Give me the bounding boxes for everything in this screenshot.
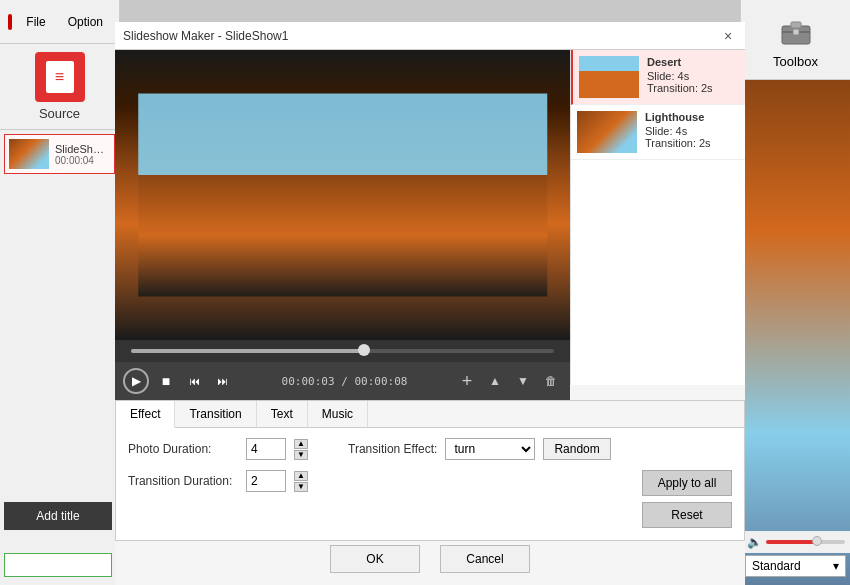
source-section: Source	[0, 44, 119, 130]
current-time: 00:00:03	[282, 375, 335, 388]
slide-action-icons: + ▲ ▼ 🗑	[456, 370, 562, 392]
photo-duration-input[interactable]	[246, 438, 286, 460]
svg-rect-3	[793, 29, 799, 35]
move-down-button[interactable]: ▼	[512, 370, 534, 392]
tab-text[interactable]: Text	[257, 401, 308, 427]
add-slide-button[interactable]: +	[456, 370, 478, 392]
delete-slide-button[interactable]: 🗑	[540, 370, 562, 392]
dropdown-arrow-icon: ▾	[833, 559, 839, 573]
source-icon[interactable]	[35, 52, 85, 102]
video-content	[115, 50, 570, 340]
toolbox-icon	[776, 10, 816, 50]
main-dialog: Slideshow Maker - SlideShow1 × Desert Sl…	[115, 22, 745, 585]
prev-button[interactable]: ⏮	[183, 370, 205, 392]
dialog-title: Slideshow Maker - SlideShow1	[123, 29, 288, 43]
left-sidebar: File Option Source SlideShow1 00:00:04 A…	[0, 0, 120, 585]
slide-list-item-1[interactable]: Desert Slide: 4s Transition: 2s	[571, 50, 745, 105]
photo-duration-row: Photo Duration: ▲ ▼	[128, 438, 308, 460]
slide-thumbnail	[9, 139, 49, 169]
total-time: 00:00:08	[354, 375, 407, 388]
slide-duration-1: Slide: 4s	[647, 70, 713, 82]
cancel-button[interactable]: Cancel	[440, 545, 530, 573]
standard-label: Standard	[752, 559, 801, 573]
playback-controls: ▶ ■ ⏮ ⏭	[123, 368, 233, 394]
slide-item[interactable]: SlideShow1 00:00:04	[4, 134, 115, 174]
left-form: Photo Duration: ▲ ▼ Transition Duration:…	[128, 438, 308, 492]
transition-duration-up[interactable]: ▲	[294, 471, 308, 481]
slides-panel: Desert Slide: 4s Transition: 2s Lighthou…	[570, 50, 745, 385]
transition-duration-spinner: ▲ ▼	[294, 471, 308, 492]
time-display: 00:00:03 / 00:00:08	[282, 375, 408, 388]
right-form: Transition Effect: turn Random	[348, 438, 611, 492]
timeline-thumb	[358, 344, 370, 356]
volume-slider[interactable]	[766, 540, 845, 544]
tab-music[interactable]: Music	[308, 401, 368, 427]
move-up-button[interactable]: ▲	[484, 370, 506, 392]
right-sidebar: Toolbox 🔈 Standard ▾	[740, 0, 850, 585]
transition-duration-input[interactable]	[246, 470, 286, 492]
slide-name-1: Desert	[647, 56, 713, 68]
add-title-button[interactable]: Add title	[4, 502, 112, 530]
effect-content: Photo Duration: ▲ ▼ Transition Duration:…	[116, 428, 744, 502]
ok-button[interactable]: OK	[330, 545, 420, 573]
menu-option[interactable]: Option	[60, 13, 111, 31]
photo-duration-label: Photo Duration:	[128, 442, 238, 456]
tab-transition[interactable]: Transition	[175, 401, 256, 427]
toolbox-background	[741, 80, 850, 585]
bottom-buttons: OK Cancel	[115, 541, 745, 577]
volume-section: 🔈	[741, 531, 850, 553]
slide-thumb-desert	[579, 56, 639, 98]
slide-duration-2: Slide: 4s	[645, 125, 711, 137]
slide-time: 00:00:04	[55, 155, 110, 166]
slide-list-item-2[interactable]: Lighthouse Slide: 4s Transition: 2s	[571, 105, 745, 160]
volume-icon: 🔈	[747, 535, 762, 549]
next-button[interactable]: ⏭	[211, 370, 233, 392]
menu-file[interactable]: File	[18, 13, 53, 31]
video-landscape	[138, 94, 548, 297]
standard-dropdown[interactable]: Standard ▾	[745, 555, 846, 577]
svg-rect-1	[791, 22, 801, 28]
apply-to-all-button[interactable]: Apply to all	[642, 470, 732, 496]
timeline-bar	[115, 340, 570, 362]
effect-panel: Effect Transition Text Music Photo Durat…	[115, 400, 745, 541]
transition-duration-row: Transition Duration: ▲ ▼	[128, 470, 308, 492]
time-separator: /	[335, 375, 355, 388]
transition-duration-label: Transition Duration:	[128, 474, 238, 488]
timeline-track[interactable]	[131, 349, 554, 353]
video-player	[115, 50, 570, 340]
slide-transition-2: Transition: 2s	[645, 137, 711, 149]
stop-button[interactable]: ■	[155, 370, 177, 392]
play-button[interactable]: ▶	[123, 368, 149, 394]
slide-transition-1: Transition: 2s	[647, 82, 713, 94]
slide-name-2: Lighthouse	[645, 111, 711, 123]
title-input[interactable]	[4, 553, 112, 577]
transition-effect-label: Transition Effect:	[348, 442, 437, 456]
controls-bar: ▶ ■ ⏮ ⏭ 00:00:03 / 00:00:08 + ▲ ▼ 🗑	[115, 362, 570, 400]
toolbox-section: Toolbox	[741, 0, 850, 80]
photo-duration-up[interactable]: ▲	[294, 439, 308, 449]
transition-effect-select[interactable]: turn	[445, 438, 535, 460]
photo-duration-spinner: ▲ ▼	[294, 439, 308, 460]
toolbox-label: Toolbox	[773, 54, 818, 69]
random-button[interactable]: Random	[543, 438, 610, 460]
reset-button[interactable]: Reset	[642, 502, 732, 528]
slide-thumb-lighthouse	[577, 111, 637, 153]
toolbox-svg	[778, 12, 814, 48]
source-label: Source	[39, 106, 80, 121]
slide-name: SlideShow1	[55, 143, 110, 155]
dialog-title-bar: Slideshow Maker - SlideShow1 ×	[115, 22, 745, 50]
dialog-close-button[interactable]: ×	[719, 27, 737, 45]
timeline-progress	[131, 349, 364, 353]
app-menubar: File Option	[0, 0, 119, 44]
photo-duration-down[interactable]: ▼	[294, 450, 308, 460]
app-logo	[8, 14, 12, 30]
transition-duration-down[interactable]: ▼	[294, 482, 308, 492]
action-buttons: Apply to all Reset	[642, 470, 732, 528]
tabs-row: Effect Transition Text Music	[116, 401, 744, 428]
tab-effect[interactable]: Effect	[116, 401, 175, 428]
transition-effect-row: Transition Effect: turn Random	[348, 438, 611, 460]
